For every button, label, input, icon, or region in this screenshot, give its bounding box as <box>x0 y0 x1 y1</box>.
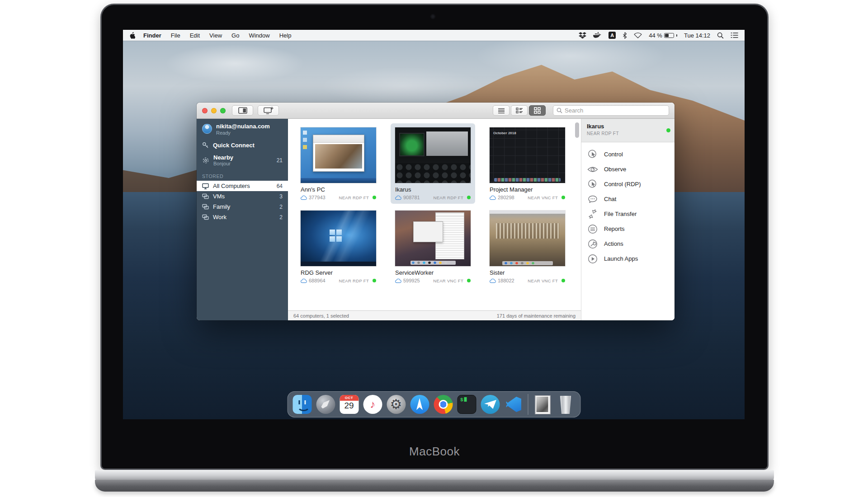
stored-section-header: STORED <box>197 169 288 181</box>
detail-view-button[interactable] <box>511 105 528 116</box>
close-button[interactable] <box>202 108 208 113</box>
action-launch-apps[interactable]: Launch Apps <box>581 251 675 266</box>
system-preferences-dock-icon[interactable]: ⚙ <box>387 395 406 414</box>
vm-group-icon <box>202 193 209 200</box>
spotlight-search-icon[interactable] <box>717 32 724 39</box>
window-titlebar[interactable] <box>197 103 675 119</box>
computer-card-ikarus[interactable]: Ikarus 908781 NEAR RDP FT <box>391 123 475 204</box>
notification-center-icon[interactable] <box>731 32 738 38</box>
calendar-dock-icon[interactable]: OCT 29 <box>340 395 359 414</box>
menu-help[interactable]: Help <box>279 32 292 39</box>
account-row[interactable]: nikita@nulana.com Ready <box>197 119 288 139</box>
computer-card-serviceworker[interactable]: ServiceWorker 599925 NEAR VNC FT <box>391 206 475 287</box>
finder-dock-icon[interactable] <box>292 395 311 414</box>
sidebar-item-family[interactable]: Family 2 <box>197 202 288 212</box>
action-control-rdp[interactable]: Control (RDP) <box>581 177 675 192</box>
connection-badge: NEAR RDP FT <box>339 278 369 283</box>
minimize-button[interactable] <box>211 108 217 113</box>
computer-thumbnail[interactable] <box>490 211 565 266</box>
zoom-button[interactable] <box>220 108 226 113</box>
view-mode-switcher <box>493 105 546 116</box>
computer-detail-panel: Ikarus NEAR RDP FT Control Observe <box>581 119 675 320</box>
online-status-dot <box>561 279 565 282</box>
list-view-button[interactable] <box>493 105 509 116</box>
computer-thumbnail[interactable] <box>395 211 471 266</box>
action-actions[interactable]: Actions <box>581 236 675 251</box>
apple-menu-icon[interactable] <box>129 32 135 39</box>
remote-desktop-app-window: nikita@nulana.com Ready Quick Connect Ne… <box>197 103 675 320</box>
music-note-icon: ♪ <box>370 398 375 411</box>
input-source-icon[interactable]: A <box>609 32 616 39</box>
action-file-transfer[interactable]: File Transfer <box>581 206 675 221</box>
computer-thumbnail[interactable]: October 2018 <box>490 127 565 183</box>
account-name: nikita@nulana.com <box>216 123 270 130</box>
online-status-dot <box>373 279 376 282</box>
toggle-sidebar-button[interactable] <box>232 105 253 116</box>
sidebar-item-quick-connect[interactable]: Quick Connect <box>197 139 288 151</box>
grid-view-button[interactable] <box>529 105 546 116</box>
online-status-dot <box>561 196 565 199</box>
menu-go[interactable]: Go <box>231 32 239 39</box>
bluetooth-icon[interactable] <box>623 32 627 39</box>
scrollbar-thumb[interactable] <box>575 122 579 138</box>
webcam-icon <box>431 14 435 19</box>
music-dock-icon[interactable]: ♪ <box>363 395 382 414</box>
key-icon <box>202 142 209 149</box>
list-view-icon <box>498 108 505 113</box>
vscode-dock-icon[interactable] <box>504 395 523 414</box>
dropbox-icon[interactable] <box>579 32 586 39</box>
computer-thumbnail[interactable] <box>301 211 376 266</box>
menu-clock[interactable]: Tue 14:12 <box>684 32 710 39</box>
online-status-dot <box>467 279 471 282</box>
computer-thumbnail[interactable] <box>395 127 471 183</box>
bonjour-icon <box>202 157 209 164</box>
action-observe[interactable]: Observe <box>581 162 675 177</box>
menu-finder[interactable]: Finder <box>143 32 161 39</box>
telegram-dock-icon[interactable] <box>481 395 500 414</box>
battery-icon <box>664 33 674 38</box>
cloud-icon <box>301 278 307 283</box>
computer-id: 188022 <box>498 278 514 283</box>
computer-id: 280298 <box>498 195 514 200</box>
menu-window[interactable]: Window <box>249 32 269 39</box>
computers-grid: Ann's PC 377943 NEAR RDP FT Ikarus <box>288 119 581 320</box>
account-status: Ready <box>216 130 270 136</box>
menu-view[interactable]: View <box>209 32 222 39</box>
chrome-dock-icon[interactable] <box>434 395 453 414</box>
computer-card-anns-pc[interactable]: Ann's PC 377943 NEAR RDP FT <box>296 123 381 204</box>
sidebar-item-vms[interactable]: VMs 3 <box>197 191 288 202</box>
computer-card-project-manager[interactable]: October 2018 Project Manager 280298 NEAR… <box>485 123 570 204</box>
battery-indicator[interactable]: 44 % <box>649 32 677 39</box>
navigation-app-dock-icon[interactable] <box>410 395 429 414</box>
computer-card-sister[interactable]: Sister 188022 NEAR VNC FT <box>485 206 570 287</box>
docker-icon[interactable] <box>593 32 602 38</box>
macbook-base <box>95 480 774 492</box>
computer-name: ServiceWorker <box>395 269 471 276</box>
sidebar-item-all-computers[interactable]: All Computers 64 <box>197 181 288 191</box>
add-computer-button[interactable] <box>258 105 279 116</box>
add-display-icon <box>264 107 274 114</box>
action-control[interactable]: Control <box>581 147 675 162</box>
launchpad-dock-icon[interactable] <box>316 395 335 414</box>
menu-file[interactable]: File <box>171 32 180 39</box>
connection-badge: NEAR RDP FT <box>339 195 369 200</box>
computer-card-rdg-server[interactable]: RDG Server 688964 NEAR RDP FT <box>296 206 381 287</box>
cloud-icon <box>490 195 496 200</box>
search-input[interactable] <box>565 107 665 114</box>
trash-dock-icon[interactable] <box>556 395 575 414</box>
sidebar-item-nearby[interactable]: Nearby Bonjour 21 <box>197 151 288 169</box>
action-chat[interactable]: Chat <box>581 192 675 206</box>
computer-id: 377943 <box>309 195 326 200</box>
selected-computer-name: Ikarus <box>587 123 670 130</box>
search-field[interactable] <box>553 105 669 116</box>
menu-edit[interactable]: Edit <box>190 32 200 39</box>
computer-name: RDG Server <box>301 269 376 276</box>
grid-view-icon <box>534 107 541 114</box>
action-reports[interactable]: Reports <box>581 221 675 236</box>
sidebar-item-work[interactable]: Work 2 <box>197 212 288 222</box>
terminal-dock-icon[interactable]: $ <box>457 395 476 414</box>
wifi-icon[interactable] <box>634 32 642 38</box>
computer-thumbnail[interactable] <box>301 127 376 183</box>
vm-group-icon <box>202 204 209 210</box>
preview-image-dock-icon[interactable] <box>533 395 552 414</box>
